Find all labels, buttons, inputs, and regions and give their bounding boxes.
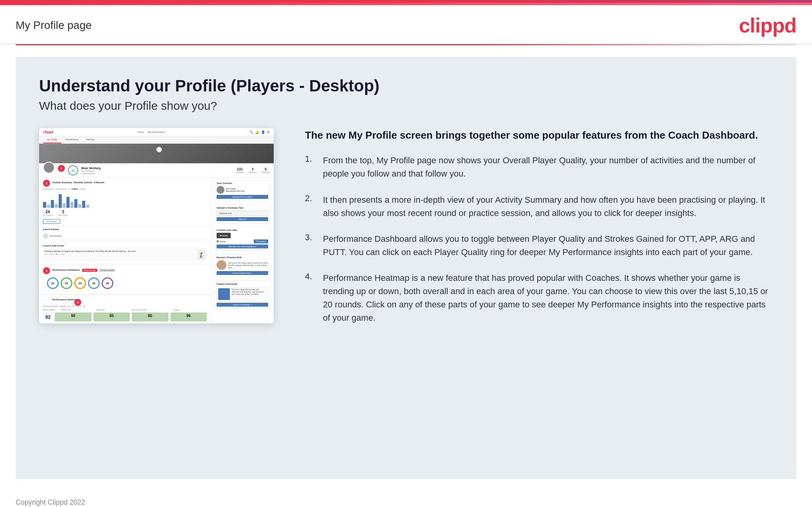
- arccos-row: Arccos Disconnect: [217, 239, 268, 243]
- heatmap-col-approach: Approach: [97, 309, 130, 311]
- lesson-title: Lesson with Fordy: [43, 245, 207, 247]
- on-course-stat: 24 On Course: [43, 210, 52, 216]
- player-name-area: Blair McHarg Plus Handicap United Kingdo…: [81, 166, 233, 175]
- launch-community-btn[interactable]: Launch Community ↗: [217, 303, 268, 307]
- add-link-btn[interactable]: Add Link: [217, 217, 268, 221]
- toggle-row: Player Quality Strokes Gained: [82, 269, 116, 272]
- heatmap-col-putting: Putting: [173, 309, 207, 311]
- trackman-widget: Upload a Trackman Test Trackman Link Add…: [214, 204, 271, 223]
- heatmap-cell-putt[interactable]: 96 ↑ ↓: [170, 312, 207, 321]
- tab-my-profile[interactable]: My Profile: [43, 136, 61, 143]
- feature-number-4: 4.: [305, 271, 317, 282]
- heatmap-putt-arrows: ↑ ↓: [187, 318, 190, 320]
- mockup-tabs: My Profile Connections Settings: [39, 136, 274, 144]
- activity-summary-section: 2 Activity Summary · Monthly Activity · …: [39, 178, 211, 226]
- lesson-item: Nothing to feel like my targets are writ…: [43, 248, 207, 261]
- ring-overall[interactable]: 92: [47, 277, 59, 289]
- page-title: My Profile page: [16, 19, 92, 32]
- manage-coaches-btn[interactable]: Manage Your Coaches: [217, 195, 268, 199]
- mockup-profile-info: 1 92 Blair McHarg Plus Handicap United K…: [39, 163, 274, 178]
- connect-title: Connect your data: [217, 229, 268, 231]
- player-avatar: [43, 162, 55, 173]
- content-grid: clippd Home My Performance 🔍 🔔 👤 ⚙ My Pr…: [39, 128, 773, 337]
- all-activities-btn[interactable]: All Activities: [43, 219, 60, 224]
- perf-dash-header: 3 Performance Dashboard Player Quality S…: [43, 267, 207, 274]
- performance-dashboard-section: 3 Performance Dashboard Player Quality S…: [39, 265, 211, 295]
- heatmap-cell-app[interactable]: 85 ↑ ↓: [93, 312, 130, 321]
- heatmap-val-overall: 92: [43, 313, 53, 321]
- latest-activity-section: Latest Activity Blair McHarg: [39, 226, 211, 243]
- clippd-logo: clippd: [739, 14, 796, 37]
- arccos-connected: Arccos: [217, 240, 226, 243]
- settings-icon: ⚙: [267, 130, 270, 134]
- activity-stats-row: 24 On Course 3 Off Course: [43, 210, 207, 216]
- ring-putt[interactable]: 96: [102, 277, 113, 289]
- off-course-value: 3: [58, 210, 68, 214]
- badge-2: 2: [43, 180, 50, 187]
- activity-text-1: Blair McHarg: [50, 235, 61, 237]
- bar-2: [51, 200, 54, 208]
- badge-3: 3: [43, 267, 50, 274]
- trackman-link-input[interactable]: Trackman Link: [217, 211, 268, 216]
- features-list: 1. From the top, My Profile page now sho…: [305, 154, 773, 325]
- followers-label: Followers: [248, 171, 256, 173]
- bar-2b: [55, 204, 58, 208]
- coach-info: Dan Davies Barnegylde Golf Club: [226, 187, 245, 192]
- launch-capture-btn[interactable]: Launch Capture App ↗: [217, 271, 268, 275]
- activity-icon-1: [43, 233, 48, 239]
- ring-arg[interactable]: 86: [88, 277, 100, 289]
- heatmap-up: ▲▲: [67, 305, 71, 307]
- heatmap-controls: 5 Round Change: ▼▼▼ ▲▲ 5 10 15 20: [43, 305, 207, 307]
- golf-ball: [156, 147, 162, 152]
- bar-1: [43, 202, 46, 208]
- main-subtitle: What does your Profile show you?: [39, 99, 773, 112]
- bar-1b: [47, 205, 50, 208]
- trackman-title: Upload a Trackman Test: [217, 207, 268, 209]
- heatmap-col-player: Player Quality: [43, 309, 60, 311]
- community-img: [218, 288, 230, 300]
- practice-avatar: [217, 260, 226, 270]
- practice-widget: Record a Practice Drill Visit one of the…: [214, 254, 271, 277]
- toggle-player-quality[interactable]: Player Quality: [82, 269, 97, 272]
- tab-settings[interactable]: Settings: [82, 136, 99, 143]
- filter-offcourse: ● Off-course: [56, 188, 66, 190]
- toggle-strokes-gained[interactable]: Strokes Gained: [99, 269, 115, 272]
- player-stats: 131 Activities 3 Followers 5 Following: [236, 167, 270, 173]
- ring-app[interactable]: 85: [74, 277, 86, 289]
- stat-activities: 131 Activities: [236, 167, 244, 173]
- mockup-two-col: 2 Activity Summary · Monthly Activity · …: [39, 178, 274, 323]
- mockup-nav: clippd Home My Performance 🔍 🔔 👤 ⚙: [39, 128, 274, 136]
- coaches-title: Your Coaches: [217, 182, 268, 184]
- heatmap-cell-ott[interactable]: 90 ↑ ↓: [55, 312, 91, 321]
- header: My Profile page clippd: [0, 3, 812, 44]
- heatmap-title: Performance Heatmap: [52, 298, 77, 301]
- heatmap-ott-main: 90: [57, 314, 89, 318]
- coach-club: Barnegylde Golf Club: [226, 190, 245, 192]
- mockup-nav-icons: 🔍 🔔 👤 ⚙: [249, 130, 270, 134]
- heatmap-app-arrows: ↑ ↓: [110, 318, 113, 320]
- community-title: Clippd Community: [217, 283, 268, 285]
- profile-header-bg: [39, 144, 274, 163]
- filter-6m: 6 Mths: [72, 188, 78, 190]
- off-course-stat: 3 Off Course: [58, 210, 68, 216]
- heatmap-ott-arrows: ↑ ↓: [72, 318, 74, 320]
- performance-heatmap-section: 4 Performance Heatmap 5 Round Change: ▼▼…: [39, 295, 211, 323]
- heatmap-values-row: 92 90 ↑ ↓ 85 ↑ ↓ 86: [43, 312, 207, 321]
- tab-connections[interactable]: Connections: [61, 136, 82, 143]
- bell-icon: 🔔: [255, 130, 259, 134]
- quality-value: 92: [72, 169, 75, 172]
- disconnect-btn[interactable]: Disconnect: [254, 239, 268, 243]
- heatmap-cell-arg[interactable]: 86 ↑ ↓: [132, 312, 168, 321]
- feature-item-3: 3. Performance Dashboard allows you to t…: [305, 232, 773, 259]
- mockup-nav-links: Home My Performance: [138, 131, 165, 133]
- heatmap-col-around: Around the Green: [131, 309, 172, 311]
- search-icon: 🔍: [249, 130, 253, 134]
- bar-5b: [78, 204, 81, 208]
- manage-integrations-btn[interactable]: Manage Your Data Integrations: [217, 245, 268, 248]
- ring-ott[interactable]: 90: [61, 277, 72, 289]
- feature-number-3: 3.: [305, 232, 317, 243]
- lesson-section: Lesson with Fordy Nothing to feel like m…: [39, 243, 211, 265]
- activity-section-title: Activity Summary · Monthly Activity · 6 …: [52, 181, 104, 184]
- mockup-inner: clippd Home My Performance 🔍 🔔 👤 ⚙ My Pr…: [39, 128, 274, 323]
- feature-text-1: From the top, My Profile page now shows …: [323, 154, 773, 180]
